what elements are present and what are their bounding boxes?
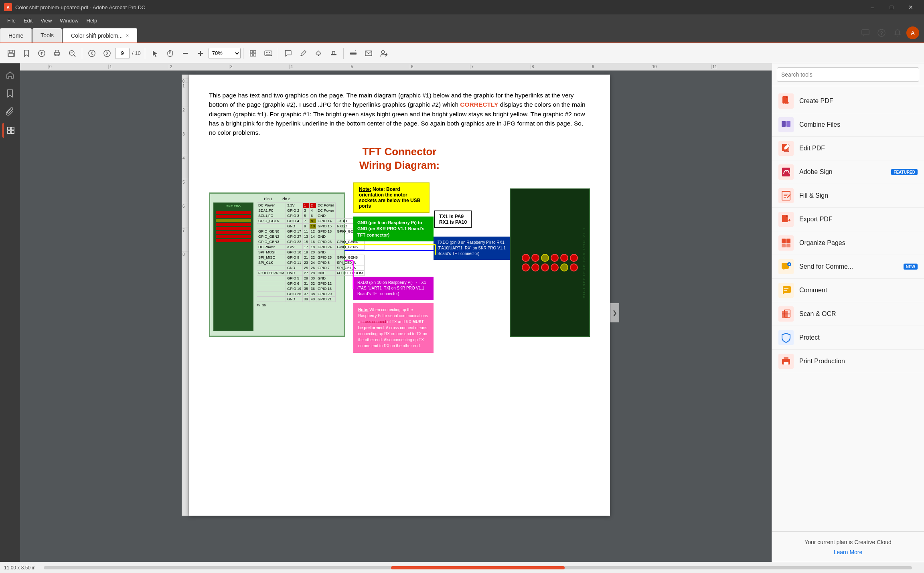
bookmark-button[interactable]	[19, 46, 34, 61]
svg-rect-43	[11, 131, 14, 134]
ruler-v-mark-8: 8	[182, 251, 188, 275]
svg-rect-12	[55, 54, 59, 56]
scan-ocr-label: Scan & OCR	[799, 310, 836, 318]
pen-button[interactable]	[296, 46, 310, 61]
tool-fill-sign[interactable]: Fill & Sign	[772, 184, 924, 208]
avatar[interactable]: A	[906, 26, 919, 39]
sidebar-bookmark-icon[interactable]	[2, 86, 18, 101]
tool-send-for-comment[interactable]: Send for Comme... NEW	[772, 255, 924, 279]
tool-protect[interactable]: Protect	[772, 326, 924, 350]
prev-page-button[interactable]	[85, 46, 99, 61]
tool-edit-pdf[interactable]: Edit PDF	[772, 137, 924, 160]
tab-tools[interactable]: Tools	[32, 28, 62, 43]
pcb-dot-6	[570, 254, 578, 262]
menu-window[interactable]: Window	[56, 16, 82, 25]
tool-comment[interactable]: Comment	[772, 279, 924, 302]
tab-document[interactable]: Color shift problem... ×	[63, 28, 137, 43]
pcb-dot-11	[560, 263, 568, 271]
save-button[interactable]	[4, 46, 18, 61]
svg-rect-2	[862, 30, 869, 35]
menu-help[interactable]: Help	[83, 16, 101, 25]
close-button[interactable]: ✕	[902, 0, 920, 14]
sidebar-attachment-icon[interactable]	[2, 104, 18, 119]
menu-edit[interactable]: Edit	[20, 16, 36, 25]
search-tools-input[interactable]	[777, 67, 919, 82]
tab-home[interactable]: Home	[0, 28, 32, 43]
tool-export-pdf[interactable]: Export PDF	[772, 208, 924, 231]
menu-file[interactable]: File	[3, 16, 20, 25]
svg-rect-42	[8, 131, 10, 134]
notification-icon[interactable]	[890, 26, 905, 40]
callout-note2: Note: When connecting up the Raspberry P…	[353, 303, 434, 353]
board-brand-text: BIGTREETECH SKR-PRO-V1.1	[582, 227, 586, 298]
zoom-in-button[interactable]	[193, 46, 208, 61]
note2-text: When connecting up the Raspberry Pi for …	[358, 308, 428, 348]
pcb-dot-1	[522, 254, 530, 262]
upload-button[interactable]	[34, 46, 49, 61]
tool-create-pdf[interactable]: PDF Create PDF	[772, 89, 924, 113]
highlight-button[interactable]	[311, 46, 326, 61]
export-pdf-label: Export PDF	[799, 216, 833, 223]
help-icon[interactable]: ?	[874, 26, 889, 40]
tool-organize-pages[interactable]: Organize Pages	[772, 231, 924, 255]
tools-list: PDF Create PDF Combine Files Edit PDF	[772, 86, 924, 531]
maximize-button[interactable]: □	[882, 0, 901, 14]
comment-icon	[778, 283, 794, 298]
tool-combine-files[interactable]: Combine Files	[772, 113, 924, 137]
select-tool-button[interactable]	[148, 46, 162, 61]
tool-adobe-sign[interactable]: Adobe Sign FEATURED	[772, 160, 924, 184]
window-controls: – □ ✕	[863, 0, 920, 14]
ruler-v-mark-6: 6	[182, 203, 188, 227]
tab-close-icon[interactable]: ×	[126, 33, 129, 38]
scrollbar-h-thumb[interactable]	[391, 566, 565, 569]
page-number-input[interactable]	[115, 48, 130, 59]
next-page-button[interactable]	[100, 46, 114, 61]
tool-print-production[interactable]: Print Production	[772, 350, 924, 373]
tab-home-label: Home	[8, 32, 23, 39]
board-left-component: SKR PRO	[213, 202, 253, 331]
ruler-mark-6: 6	[410, 65, 470, 69]
scan-ocr-icon	[778, 306, 794, 322]
zoom-select[interactable]: 70% 50% 75% 100% 125% 150% 200%	[209, 48, 241, 59]
minimize-button[interactable]: –	[863, 0, 881, 14]
expand-right-arrow[interactable]: ❯	[610, 303, 619, 322]
sidebar-layers-icon[interactable]	[2, 123, 18, 138]
pcb-dot-10	[551, 263, 559, 271]
svg-point-37	[381, 51, 385, 54]
mail-button[interactable]	[361, 46, 376, 61]
svg-rect-34	[350, 53, 357, 55]
pcb-dot-3	[541, 254, 549, 262]
chat-icon[interactable]	[858, 26, 873, 40]
main-area: 0 1 2 3 4 5 6 7 8 9 10 11 0 1 2 3 4 5 6 …	[0, 63, 924, 562]
tool-scan-ocr[interactable]: Scan & OCR	[772, 302, 924, 326]
ruler-mark-2: 2	[169, 65, 229, 69]
ruler-horizontal: 0 1 2 3 4 5 6 7 8 9 10 11	[20, 63, 772, 71]
tab-bar: Home Tools Color shift problem... × ? A	[0, 26, 924, 43]
keyboard-button[interactable]	[261, 46, 276, 61]
left-sidebar	[0, 63, 20, 562]
pdf-highlight-correctly: CORRECTLY	[460, 101, 498, 108]
svg-rect-58	[786, 239, 790, 243]
send-comment-icon	[778, 259, 794, 274]
pin-bottom-labels: Pin 39Pin 40	[257, 304, 365, 307]
menu-bar: File Edit View Window Help	[0, 14, 924, 26]
zoom-out-small-button[interactable]	[178, 46, 192, 61]
user-add-button[interactable]	[377, 46, 391, 61]
stamp-button[interactable]	[326, 46, 341, 61]
pcb-dot-12	[570, 263, 578, 271]
ruler-mark-1: 1	[108, 65, 168, 69]
print-production-label: Print Production	[799, 358, 845, 365]
toolbar-separator-3	[243, 48, 243, 59]
svg-rect-69	[784, 357, 788, 360]
learn-more-link[interactable]: Learn More	[778, 549, 918, 555]
comment-button[interactable]	[281, 46, 295, 61]
sidebar-home-icon[interactable]	[2, 67, 18, 83]
hand-tool-button[interactable]	[163, 46, 177, 61]
fit-page-button[interactable]	[246, 46, 260, 61]
redact-button[interactable]	[346, 46, 361, 61]
svg-rect-57	[782, 239, 786, 243]
zoom-out-button[interactable]	[65, 46, 79, 61]
adobe-sign-label: Adobe Sign	[799, 168, 833, 176]
menu-view[interactable]: View	[36, 16, 56, 25]
print-button[interactable]	[50, 46, 64, 61]
